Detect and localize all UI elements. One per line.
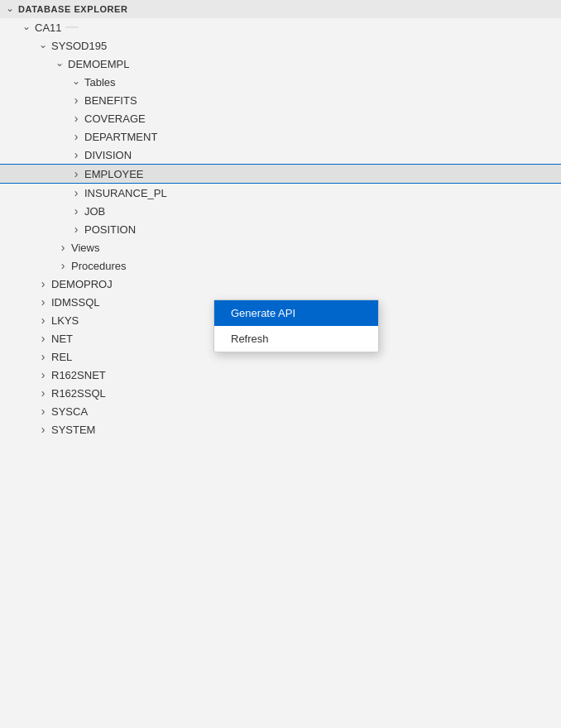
chevron-insurance_pl (70, 186, 83, 199)
tables-chevron (70, 75, 83, 89)
root-header[interactable]: DATABASE EXPLORER (0, 0, 561, 18)
label-r162snet: R162SNET (50, 369, 106, 381)
label-rel: REL (50, 351, 72, 363)
label-department: DEPARTMENT (83, 131, 157, 143)
ca11-chevron (20, 21, 33, 34)
db-item-r162ssql[interactable]: R162SSQL (0, 384, 561, 402)
chevron-division (70, 148, 83, 161)
chevron-demoproj (36, 277, 50, 290)
explorer-container: DATABASE EXPLORER CA11 SYSOD195 DEMOEMPL… (0, 0, 561, 728)
chevron-department (70, 130, 83, 143)
label-idmssql: IDMSSQL (50, 296, 100, 309)
chevron-benefits (70, 93, 83, 107)
ca11-label: CA11 (33, 22, 62, 34)
label-employee: EMPLOYEE (83, 168, 144, 180)
context-menu-generate-api[interactable]: Generate API (214, 300, 378, 326)
procedures-item[interactable]: Procedures (0, 256, 561, 275)
procedures-label: Procedures (70, 260, 126, 272)
procedures-chevron (56, 259, 70, 272)
table-item-department[interactable]: DEPARTMENT (0, 127, 561, 146)
db-item-demoproj[interactable]: DEMOPROJ (0, 275, 561, 293)
label-insurance_pl: INSURANCE_PL (83, 187, 167, 199)
label-net: NET (50, 333, 73, 345)
demoempl-item[interactable]: DEMOEMPL (0, 55, 561, 73)
chevron-sysca (36, 405, 50, 418)
table-item-insurance_pl[interactable]: INSURANCE_PL (0, 184, 561, 202)
table-item-position[interactable]: POSITION (0, 220, 561, 238)
db-item-system[interactable]: SYSTEM (0, 420, 561, 438)
views-label: Views (70, 242, 99, 254)
db-item-sysca[interactable]: SYSCA (0, 402, 561, 420)
table-item-job[interactable]: JOB (0, 202, 561, 220)
label-sysca: SYSCA (50, 405, 88, 418)
root-chevron (3, 2, 17, 16)
label-system: SYSTEM (50, 424, 95, 436)
chevron-coverage (70, 112, 83, 125)
views-chevron (56, 241, 70, 254)
chevron-r162snet (36, 368, 50, 381)
tables-item[interactable]: Tables (0, 73, 561, 91)
chevron-system (36, 423, 50, 436)
views-item[interactable]: Views (0, 238, 561, 256)
chevron-position (70, 223, 83, 236)
context-menu-refresh[interactable]: Refresh (214, 326, 378, 352)
root-label: DATABASE EXPLORER (17, 4, 127, 14)
context-menu: Generate APIRefresh (213, 299, 379, 352)
label-lkys: LKYS (50, 314, 79, 327)
demoempl-chevron (53, 57, 66, 70)
label-demoproj: DEMOPROJ (50, 278, 113, 290)
chevron-lkys (36, 314, 50, 327)
chevron-net (36, 332, 50, 345)
table-item-benefits[interactable]: BENEFITS (0, 91, 561, 109)
table-item-employee[interactable]: EMPLOYEE (0, 164, 561, 184)
ca11-badge (65, 26, 79, 28)
chevron-employee (70, 167, 83, 180)
table-item-division[interactable]: DIVISION (0, 146, 561, 164)
sysod195-item[interactable]: SYSOD195 (0, 36, 561, 55)
chevron-r162ssql (36, 386, 50, 400)
demoempl-label: DEMOEMPL (66, 58, 129, 70)
sysod195-label: SYSOD195 (50, 40, 107, 52)
ca11-item[interactable]: CA11 (0, 18, 561, 36)
label-job: JOB (83, 205, 105, 218)
label-r162ssql: R162SSQL (50, 387, 106, 400)
chevron-rel (36, 350, 50, 363)
table-item-coverage[interactable]: COVERAGE (0, 109, 561, 127)
db-item-r162snet[interactable]: R162SNET (0, 366, 561, 384)
label-position: POSITION (83, 223, 136, 236)
label-benefits: BENEFITS (83, 94, 137, 107)
label-division: DIVISION (83, 149, 132, 161)
chevron-idmssql (36, 295, 50, 309)
tables-label: Tables (83, 76, 116, 89)
label-coverage: COVERAGE (83, 113, 146, 125)
sysod195-chevron (36, 39, 50, 52)
chevron-job (70, 204, 83, 218)
